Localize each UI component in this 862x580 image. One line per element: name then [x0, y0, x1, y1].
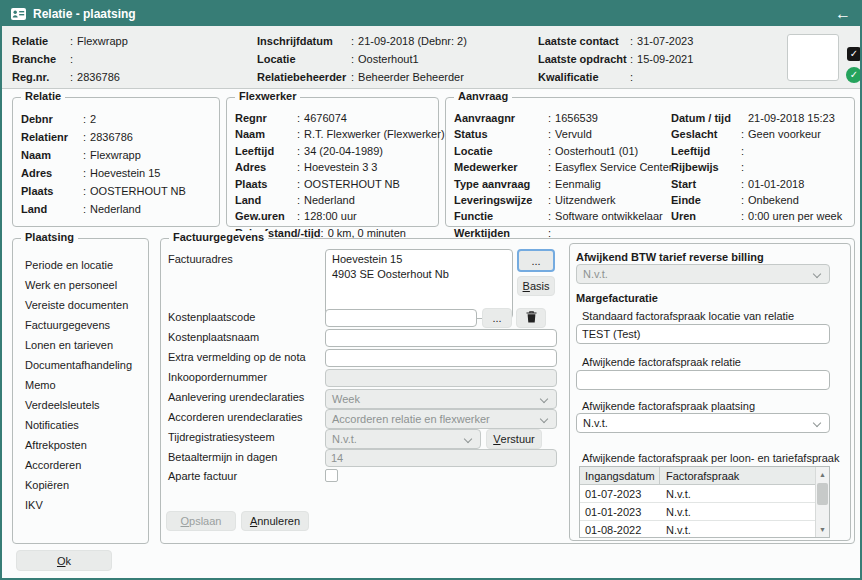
chevron-down-icon: [540, 395, 548, 403]
field-label: Branche: [12, 52, 70, 66]
flexwerker-groupbox: Flexwerker Regnr:4676074Naam:R.T. Flexwe…: [226, 97, 439, 227]
field-value: 15-09-2021: [637, 52, 693, 66]
contact-card-icon: [11, 8, 26, 20]
table-row[interactable]: 01-08-2022N.v.t.: [580, 521, 829, 538]
relatie-plaatsing-window: Relatie - plaatsing ← Relatie:FlexwrappB…: [0, 0, 862, 580]
scroll-up-icon[interactable]: ▲: [816, 468, 829, 481]
flexwerker-rows: Regnr:4676074Naam:R.T. Flexwerker (Flexw…: [227, 98, 438, 241]
scroll-down-icon[interactable]: ▼: [816, 523, 829, 536]
back-arrow-button[interactable]: ←: [835, 6, 851, 22]
field-value: 34 (20-04-1989): [304, 143, 383, 159]
field-value: Geen voorkeur: [748, 126, 821, 142]
tijdregistratiesysteem-select: N.v.t.: [325, 429, 481, 449]
field-colon: :: [548, 126, 555, 142]
kostenplaatscode-input[interactable]: [325, 309, 477, 327]
field-label: Naam: [235, 126, 297, 142]
field-colon: :: [83, 146, 90, 164]
field-label: Start: [671, 176, 741, 192]
field-label: Leeftijd: [235, 143, 297, 159]
field-row: Type aanvraag:Eenmalig: [454, 176, 672, 192]
aanlevering-urendeclaraties-select: Week: [325, 389, 557, 409]
flexwerker-groupbox-title: Flexwerker: [235, 90, 300, 102]
aparte-factuur-checkbox[interactable]: [325, 469, 338, 482]
field-value: Hoevestein 15: [90, 164, 160, 182]
sidebar-item[interactable]: Notificaties: [25, 415, 144, 435]
field-value: Nederland: [304, 192, 355, 208]
standaard-factorafspraak-input[interactable]: [576, 324, 830, 344]
field-label: Geslacht: [671, 126, 741, 142]
field-colon: :: [297, 126, 304, 142]
relatie-rows: Debnr:2Relatienr:2836786Naam:FlexwrappAd…: [13, 98, 219, 218]
sidebar-item[interactable]: Memo: [25, 375, 144, 395]
kostenplaatscode-delete-button[interactable]: [516, 308, 546, 328]
field-label: Einde: [671, 192, 741, 208]
extra-vermelding-label: Extra vermelding op de nota: [168, 351, 306, 363]
factuuradres-label: Factuuradres: [168, 253, 233, 265]
extra-vermelding-input[interactable]: [325, 349, 557, 367]
header-checkbox[interactable]: ✓: [847, 47, 861, 61]
field-value: Nederland: [90, 200, 141, 218]
field-label: Functie: [454, 208, 548, 224]
field-value: Uitzendwerk: [555, 192, 616, 208]
aparte-factuur-label: Aparte factuur: [168, 470, 237, 482]
afwijkende-factorafspraak-relatie-label: Afwijkende factorafspraak relatie: [582, 356, 741, 368]
table-scrollbar[interactable]: ▲ ▼: [815, 467, 829, 537]
field-row: Relatienr:2836786: [21, 128, 213, 146]
header-field-row: Reg.nr.:2836786: [12, 70, 128, 84]
scrollbar-thumb[interactable]: [817, 483, 828, 505]
factorafspraak-table: Ingangsdatum Factorafspraak 01-07-2023N.…: [579, 466, 830, 538]
table-header-row: Ingangsdatum Factorafspraak: [580, 467, 829, 485]
field-colon: :: [630, 70, 637, 84]
chevron-down-icon: [540, 415, 548, 423]
field-colon: :: [351, 34, 358, 48]
field-label: Adres: [235, 159, 297, 175]
sidebar-item[interactable]: Documentafhandeling: [25, 355, 144, 375]
field-row: Gew.uren:128:00 uur: [235, 208, 432, 224]
window-title: Relatie - plaatsing: [33, 7, 136, 21]
sidebar-item[interactable]: Verdeelsleutels: [25, 395, 144, 415]
field-colon: :: [548, 110, 555, 126]
kostenplaatscode-browse-button[interactable]: ...: [482, 308, 512, 328]
header-column-registration: Inschrijfdatum:21-09-2018 (Debnr: 2)Loca…: [257, 34, 467, 84]
sidebar-item[interactable]: Kopiëren: [25, 475, 144, 495]
sidebar-item[interactable]: IKV: [25, 495, 144, 515]
plaatsing-groupbox-title: Plaatsing: [21, 231, 78, 243]
aanvraag-right-rows: Datum / tijd21-09-2018 15:23Geslacht:Gee…: [671, 110, 842, 225]
basis-button[interactable]: Basis: [517, 276, 555, 296]
field-row: Plaats:OOSTERHOUT NB: [235, 176, 432, 192]
field-row: Regnr:4676074: [235, 110, 432, 126]
field-colon: :: [351, 70, 358, 84]
sidebar-item[interactable]: Periode en locatie: [25, 255, 144, 275]
kostenplaatsnaam-input[interactable]: [325, 329, 557, 347]
sidebar-item[interactable]: Accorderen: [25, 455, 144, 475]
sidebar-item[interactable]: Werk en personeel: [25, 275, 144, 295]
field-value: Oosterhout1: [358, 52, 419, 66]
margefacturatie-panel: Afwijkend BTW tarief reverse billing N.v…: [569, 243, 851, 541]
field-row: Adres:Hoevestein 3 3: [235, 159, 432, 175]
annuleren-button[interactable]: Annuleren: [241, 511, 309, 531]
afwijkende-factorafspraak-relatie-input[interactable]: [576, 370, 830, 390]
header-column-relation: Relatie:FlexwrappBranche:Reg.nr.:2836786: [12, 34, 128, 84]
field-row: Functie:Software ontwikkelaar: [454, 208, 672, 224]
field-label: Leeftijd: [671, 143, 741, 159]
field-value: Hoevestein 3 3: [304, 159, 377, 175]
column-header-ingangsdatum: Ingangsdatum: [580, 467, 660, 484]
sidebar-item[interactable]: Factuurgegevens: [25, 315, 144, 335]
cell-ingangsdatum: 01-08-2022: [580, 524, 660, 536]
ok-button[interactable]: Ok: [16, 550, 112, 571]
field-colon: :: [548, 208, 555, 224]
sidebar-item[interactable]: Vereiste documenten: [25, 295, 144, 315]
sidebar-item[interactable]: Lonen en tarieven: [25, 335, 144, 355]
cell-ingangsdatum: 01-07-2023: [580, 488, 660, 500]
verstuur-button[interactable]: Verstuur: [486, 429, 542, 449]
field-row: Leveringswijze:Uitzendwerk: [454, 192, 672, 208]
afwijkende-factorafspraak-plaatsing-select[interactable]: N.v.t.: [576, 413, 830, 433]
table-row[interactable]: 01-01-2023N.v.t.: [580, 503, 829, 521]
factuuradres-browse-button[interactable]: ...: [517, 249, 555, 272]
field-value: 4676074: [304, 110, 347, 126]
sidebar-item[interactable]: Aftrekposten: [25, 435, 144, 455]
table-body: 01-07-2023N.v.t.01-01-2023N.v.t.01-08-20…: [580, 485, 829, 538]
field-label: Relatie: [12, 34, 70, 48]
table-row[interactable]: 01-07-2023N.v.t.: [580, 485, 829, 503]
field-colon: :: [741, 176, 748, 192]
